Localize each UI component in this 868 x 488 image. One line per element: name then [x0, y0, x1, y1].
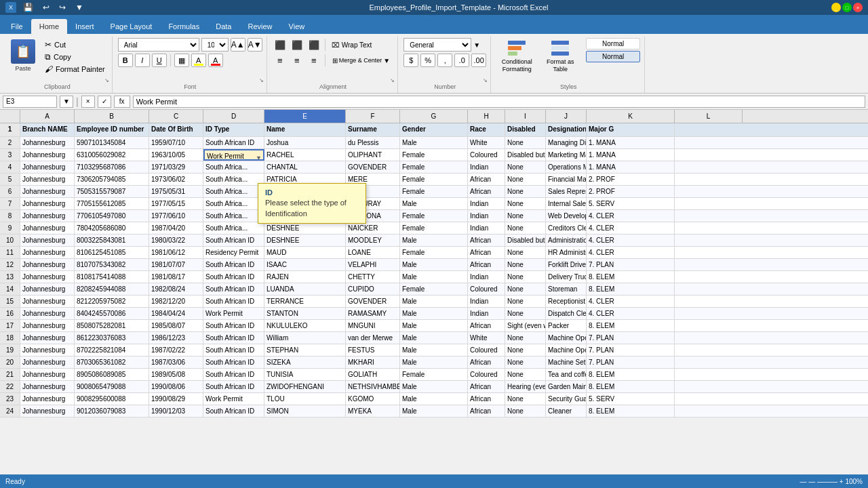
cell[interactable]: South Africa... [203, 186, 264, 197]
cell[interactable]: African [468, 320, 505, 331]
cell[interactable]: Date Of Birth [149, 123, 203, 136]
cell[interactable]: African [468, 174, 505, 185]
cell[interactable]: Female [400, 186, 468, 197]
cell[interactable]: Internal Sales [546, 198, 587, 209]
cell[interactable]: 5907101345084 [75, 137, 149, 148]
cell[interactable]: 7804205686080 [75, 222, 149, 234]
cell[interactable]: 8212205975082 [75, 296, 149, 307]
cell[interactable]: None [505, 222, 546, 234]
cell[interactable]: 8107075343082 [75, 259, 149, 270]
cell[interactable]: ID Type [203, 123, 264, 136]
tab-view[interactable]: View [281, 19, 313, 34]
cell[interactable]: 9008295600088 [75, 393, 149, 405]
tab-insert[interactable]: Insert [67, 19, 102, 34]
cell[interactable]: 1984/04/24 [149, 308, 203, 319]
fill-color-button[interactable]: A [191, 54, 206, 67]
cell[interactable]: African [468, 357, 505, 368]
cell[interactable]: 1990/08/29 [149, 393, 203, 405]
qa-dropdown[interactable]: ▼ [73, 1, 86, 14]
row-num-cell[interactable]: 21 [0, 369, 20, 380]
row-num-cell[interactable]: 12 [0, 259, 20, 270]
cell[interactable]: Branch NAME [20, 123, 75, 136]
font-color-button[interactable]: A [208, 54, 223, 67]
cell[interactable]: White [468, 332, 505, 344]
undo-btn[interactable]: ↩ [40, 1, 52, 14]
row-num[interactable]: 1 [0, 123, 20, 136]
cell[interactable]: DESHNEE [264, 235, 346, 246]
cell[interactable]: 5. SERV [587, 393, 675, 405]
tab-page-layout[interactable]: Page Layout [102, 19, 161, 34]
underline-button[interactable]: U [152, 54, 167, 67]
cell[interactable]: 5. SERV [587, 198, 675, 209]
cell[interactable]: Male [400, 198, 468, 209]
italic-button[interactable]: I [135, 54, 150, 67]
normal-style-1[interactable]: Normal [586, 38, 640, 49]
cell[interactable]: 8905086089085 [75, 369, 149, 380]
wrap-text-button[interactable]: ⌧ Wrap Text [329, 40, 375, 50]
row-num-cell[interactable]: 20 [0, 357, 20, 368]
cell[interactable]: None [505, 296, 546, 307]
maximize-btn[interactable]: □ [842, 3, 852, 12]
cell[interactable]: Johannesburg [20, 247, 75, 258]
cell[interactable]: Gender [400, 123, 468, 136]
col-header-h[interactable]: H [468, 110, 505, 123]
cell[interactable]: None [505, 369, 546, 380]
cell[interactable]: Cleaner [546, 405, 587, 417]
cell[interactable]: Coloured [468, 283, 505, 295]
cell[interactable]: SIMON [264, 405, 346, 417]
cell[interactable]: Johannesburg [20, 198, 75, 209]
cell[interactable]: MKHARI [346, 357, 400, 368]
cell[interactable]: 7. PLAN [587, 344, 675, 356]
col-header-d[interactable]: D [203, 110, 264, 123]
cell[interactable]: 2. PROF [587, 186, 675, 197]
cell[interactable]: Storeman [546, 283, 587, 295]
cell[interactable]: South African ID [203, 405, 264, 417]
cell[interactable]: Male [400, 235, 468, 246]
cell[interactable]: 7. PLAN [587, 357, 675, 368]
cell[interactable]: South African ID [203, 137, 264, 148]
cell[interactable]: Major G [587, 123, 675, 136]
cell[interactable]: None [505, 332, 546, 344]
cell[interactable]: 8. ELEM [587, 369, 675, 380]
cell[interactable]: Female [400, 369, 468, 380]
cell[interactable]: 8. ELEM [587, 283, 675, 295]
number-format-select[interactable]: General [403, 38, 471, 52]
font-size-select[interactable]: 10 [201, 38, 229, 52]
cell[interactable]: South Africa... [203, 161, 264, 173]
row-num-cell[interactable]: 19 [0, 344, 20, 356]
cell[interactable]: Johannesburg [20, 259, 75, 270]
col-header-l[interactable]: L [675, 110, 743, 123]
cell[interactable]: None [505, 357, 546, 368]
align-center-btn[interactable]: ≡ [290, 54, 304, 67]
cell[interactable]: FESTUS [346, 344, 400, 356]
cell[interactable]: None [505, 161, 546, 173]
cell[interactable]: South Africa... [203, 210, 264, 222]
paste-button[interactable]: 📋 Paste [7, 38, 39, 73]
cell[interactable]: 1987/02/22 [149, 344, 203, 356]
comma-btn[interactable]: , [437, 54, 452, 67]
alignment-expand[interactable]: ↘ [390, 77, 395, 83]
cell[interactable]: None [505, 198, 546, 209]
row-num-cell[interactable]: 17 [0, 320, 20, 331]
cell[interactable]: Male [400, 405, 468, 417]
cell[interactable]: None [505, 174, 546, 185]
clipboard-expand[interactable]: ↘ [104, 77, 109, 83]
cell[interactable]: du Plessis [346, 137, 400, 148]
cell[interactable]: 2. PROF [587, 174, 675, 185]
cell[interactable]: Male [400, 308, 468, 319]
cell[interactable]: Male [400, 320, 468, 331]
confirm-formula-btn[interactable]: ✓ [98, 96, 111, 108]
cell[interactable]: 1989/05/08 [149, 369, 203, 380]
cell[interactable]: 1981/07/07 [149, 259, 203, 270]
cell[interactable]: 1981/06/12 [149, 247, 203, 258]
row-num-cell[interactable]: 7 [0, 198, 20, 209]
cell[interactable]: SIZEKA [264, 357, 346, 368]
cell[interactable]: 7306205794085 [75, 174, 149, 185]
col-header-j[interactable]: J [546, 110, 587, 123]
cell[interactable]: 8. ELEM [587, 271, 675, 283]
cell[interactable]: 8208245944088 [75, 283, 149, 295]
cell[interactable]: None [505, 259, 546, 270]
cell[interactable]: 4. CLER [587, 222, 675, 234]
cell[interactable]: South African ID [203, 381, 264, 392]
cell[interactable]: Creditors Clerk [546, 222, 587, 234]
